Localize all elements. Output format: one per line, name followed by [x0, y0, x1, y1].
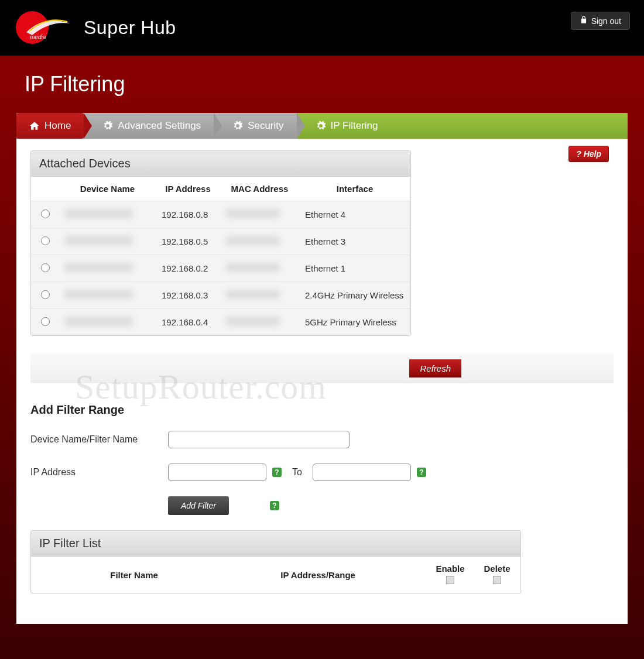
- col-interface: Interface: [299, 177, 410, 201]
- virgin-media-logo: media: [15, 9, 73, 47]
- device-select-radio[interactable]: [41, 290, 50, 299]
- refresh-button[interactable]: Refresh: [409, 359, 461, 377]
- breadcrumb-security[interactable]: Security: [214, 113, 296, 139]
- hint-icon[interactable]: ?: [270, 501, 279, 510]
- table-row: 192.168.0.8Ethernet 4: [31, 201, 410, 228]
- col-delete: Delete: [474, 557, 520, 593]
- ip-cell: 192.168.0.2: [156, 255, 220, 282]
- breadcrumb-home[interactable]: Home: [16, 113, 84, 139]
- svg-text:media: media: [30, 34, 46, 40]
- device-name-cell: [65, 263, 133, 272]
- page-title: IP Filtering: [25, 72, 628, 97]
- col-enable: Enable: [427, 557, 474, 593]
- main-content: IP Filtering Home Advanced Settings Secu…: [0, 56, 644, 659]
- hint-icon[interactable]: ?: [417, 468, 426, 477]
- breadcrumb: Home Advanced Settings Security IP Filte…: [16, 113, 628, 139]
- mac-cell: [226, 209, 280, 218]
- ip-address-label: IP Address: [30, 467, 168, 478]
- device-name-cell: [65, 236, 133, 245]
- to-label: To: [292, 467, 302, 478]
- col-device-name: Device Name: [59, 177, 156, 201]
- breadcrumb-ip-filtering[interactable]: IP Filtering: [297, 113, 628, 139]
- ip-cell: 192.168.0.8: [156, 201, 220, 228]
- device-select-radio[interactable]: [41, 263, 50, 272]
- breadcrumb-advanced-settings[interactable]: Advanced Settings: [84, 113, 214, 139]
- home-icon: [29, 121, 40, 131]
- gear-icon: [316, 121, 326, 131]
- device-name-cell: [65, 317, 133, 326]
- gear-icon: [232, 121, 243, 131]
- col-mac-address: MAC Address: [220, 177, 299, 201]
- help-button[interactable]: ? Help: [568, 146, 609, 162]
- delete-all-checkbox[interactable]: [493, 576, 501, 584]
- ip-filter-list-table: Filter Name IP Address/Range Enable Dele…: [31, 557, 520, 593]
- col-filter-name: Filter Name: [59, 557, 209, 593]
- interface-cell: 2.4GHz Primary Wireless: [299, 282, 410, 309]
- sign-out-button[interactable]: Sign out: [571, 12, 630, 30]
- gear-icon: [102, 121, 113, 131]
- interface-cell: Ethernet 1: [299, 255, 410, 282]
- table-row: 192.168.0.32.4GHz Primary Wireless: [31, 282, 410, 309]
- device-name-label: Device Name/Filter Name: [30, 434, 168, 445]
- filter-name-input[interactable]: [168, 431, 350, 448]
- enable-all-checkbox[interactable]: [446, 576, 454, 584]
- breadcrumb-home-label: Home: [44, 120, 71, 132]
- mac-cell: [226, 236, 280, 245]
- content-panel: ? Help Attached Devices Device Name IP A…: [16, 139, 628, 624]
- device-select-radio[interactable]: [41, 317, 50, 326]
- ip-filter-list-section: IP Filter List Filter Name IP Address/Ra…: [30, 530, 521, 593]
- table-row: 192.168.0.45GHz Primary Wireless: [31, 309, 410, 336]
- table-row: 192.168.0.5Ethernet 3: [31, 228, 410, 255]
- app-title: Super Hub: [84, 17, 176, 39]
- attached-devices-section: Attached Devices Device Name IP Address …: [30, 150, 411, 336]
- attached-devices-table: Device Name IP Address MAC Address Inter…: [31, 177, 410, 335]
- ip-from-input[interactable]: [168, 464, 266, 481]
- app-header: media Super Hub Sign out: [0, 0, 644, 56]
- refresh-bar: Refresh: [30, 353, 614, 383]
- device-name-cell: [65, 290, 133, 299]
- sign-out-label: Sign out: [591, 16, 621, 26]
- ip-to-input[interactable]: [313, 464, 411, 481]
- breadcrumb-advanced-label: Advanced Settings: [118, 120, 201, 132]
- add-filter-button[interactable]: Add Filter: [168, 496, 229, 515]
- lock-icon: [580, 16, 588, 26]
- col-ip-range: IP Address/Range: [209, 557, 427, 593]
- attached-devices-title: Attached Devices: [31, 151, 410, 177]
- mac-cell: [226, 317, 280, 326]
- device-select-radio[interactable]: [41, 236, 50, 245]
- ip-filter-list-title: IP Filter List: [31, 531, 520, 557]
- ip-cell: 192.168.0.4: [156, 309, 220, 336]
- breadcrumb-security-label: Security: [248, 120, 283, 132]
- breadcrumb-current-label: IP Filtering: [331, 120, 378, 132]
- interface-cell: Ethernet 3: [299, 228, 410, 255]
- mac-cell: [226, 263, 280, 272]
- interface-cell: Ethernet 4: [299, 201, 410, 228]
- col-ip-address: IP Address: [156, 177, 220, 201]
- device-select-radio[interactable]: [41, 210, 50, 218]
- table-row: 192.168.0.2Ethernet 1: [31, 255, 410, 282]
- hint-icon[interactable]: ?: [272, 468, 282, 477]
- mac-cell: [226, 290, 280, 299]
- ip-cell: 192.168.0.3: [156, 282, 220, 309]
- device-name-cell: [65, 209, 133, 218]
- interface-cell: 5GHz Primary Wireless: [299, 309, 410, 336]
- ip-cell: 192.168.0.5: [156, 228, 220, 255]
- add-filter-range-title: Add Filter Range: [30, 403, 614, 417]
